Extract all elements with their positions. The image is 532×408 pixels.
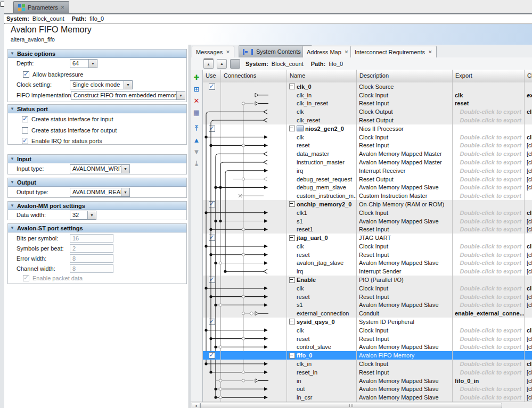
export-cell[interactable]: Double-click to export — [452, 209, 524, 217]
clock-cell[interactable]: [clk] — [524, 217, 532, 226]
export-cell[interactable]: Double-click to export — [452, 360, 524, 368]
export-cell[interactable]: Double-click to export — [452, 267, 524, 276]
export-cell[interactable] — [452, 276, 524, 284]
clock-cell[interactable]: [clk] — [524, 385, 532, 393]
clock-cell[interactable] — [524, 124, 532, 133]
scrollbar-thumb[interactable] — [200, 403, 502, 408]
connections-cell[interactable] — [220, 368, 287, 377]
clock-cell[interactable]: clk_0 — [524, 360, 532, 368]
port-row-clk[interactable]: clkClock OutputDouble-click to exportclk… — [203, 107, 532, 116]
port-row-external_connection[interactable]: external_connectionConduitenable_externa… — [203, 309, 532, 318]
export-cell[interactable] — [452, 200, 524, 209]
port-row-debug_mem_slave[interactable]: debug_mem_slaveAvalon Memory Mapped Slav… — [203, 183, 532, 191]
port-row-clk1[interactable]: clk1Clock InputDouble-click to exportclk… — [203, 209, 532, 217]
connections-cell[interactable] — [220, 200, 287, 209]
clock-cell[interactable]: clk_0 — [524, 133, 532, 141]
export-cell[interactable]: Double-click to export — [452, 116, 524, 124]
connections-cell[interactable] — [220, 276, 287, 284]
export-cell[interactable]: Double-click to export — [452, 133, 524, 141]
use-checkbox[interactable] — [209, 319, 215, 325]
clock-cell[interactable]: [clk] — [524, 158, 532, 166]
module-row-sysid_qsys_0[interactable]: sysid_qsys_0System ID Peripheral — [203, 318, 532, 326]
connections-cell[interactable] — [220, 209, 287, 217]
export-cell[interactable]: fifo_0_in — [452, 377, 524, 385]
port-row-clk_in[interactable]: clk_inClock InputDouble-click to exportc… — [203, 360, 532, 368]
port-row-clk[interactable]: clkClock InputDouble-click to exportclk_… — [203, 242, 532, 251]
port-row-in_csr[interactable]: in_csrAvalon Memory Mapped SlaveDouble-c… — [203, 393, 532, 402]
section-header-avalon-st[interactable]: ▼ Avalon-ST port settings — [8, 224, 186, 232]
export-cell[interactable]: Double-click to export — [452, 343, 524, 351]
port-row-avalon_jtag_slave[interactable]: avalon_jtag_slaveAvalon Memory Mapped Sl… — [203, 259, 532, 268]
collapse-expander-icon[interactable] — [289, 235, 295, 241]
use-checkbox[interactable] — [209, 126, 215, 132]
port-row-s1[interactable]: s1Avalon Memory Mapped SlaveDouble-click… — [203, 301, 532, 310]
export-cell[interactable]: reset — [452, 99, 524, 108]
port-row-custom_instruction_m...[interactable]: custom_instruction_m...Custom Instructio… — [203, 191, 532, 200]
export-cell[interactable]: Double-click to export — [452, 166, 524, 175]
connections-cell[interactable] — [220, 99, 287, 108]
port-row-irq[interactable]: irqInterrupt ReceiverDouble-click to exp… — [203, 166, 532, 175]
export-cell[interactable] — [452, 318, 524, 326]
move-down-icon[interactable]: ▼ — [191, 146, 202, 157]
collapse-expander-icon[interactable] — [289, 319, 295, 324]
export-cell[interactable]: Double-click to export — [452, 259, 524, 268]
status-input-checkbox[interactable] — [22, 116, 28, 122]
clock-cell[interactable]: [clk] — [524, 149, 532, 158]
connections-cell[interactable] — [220, 175, 287, 184]
export-cell[interactable]: Double-click to export — [452, 175, 524, 184]
port-row-reset1[interactable]: reset1Reset InputDouble-click to export[… — [203, 225, 532, 234]
close-icon[interactable]: ✕ — [428, 49, 432, 55]
export-cell[interactable]: Double-click to export — [452, 158, 524, 166]
clock-cell[interactable] — [524, 309, 532, 318]
clock-cell[interactable]: [clk] — [524, 251, 532, 259]
connections-cell[interactable] — [220, 251, 287, 259]
port-row-debug_reset_request[interactable]: debug_reset_requestReset OutputDouble-cl… — [203, 175, 532, 184]
clock-cell[interactable] — [524, 276, 532, 284]
output-type-dropdown[interactable]: AVALONMM_READ▼ — [70, 188, 130, 197]
remove-icon[interactable]: ✕ — [191, 95, 202, 106]
status-output-checkbox[interactable] — [22, 127, 28, 134]
move-up-icon[interactable]: ▲ — [191, 135, 202, 145]
tab-messages[interactable]: Messages ✕ — [192, 46, 234, 57]
connections-cell[interactable] — [220, 166, 287, 175]
connections-cell[interactable] — [220, 309, 287, 318]
filter-icon[interactable] — [230, 59, 240, 69]
clock-cell[interactable] — [524, 99, 532, 108]
move-to-bottom-icon[interactable]: ⤓ — [191, 158, 202, 169]
module-row-fifo_0[interactable]: fifo_0Avalon FIFO Memory — [203, 351, 532, 360]
connections-cell[interactable] — [220, 91, 287, 99]
use-checkbox[interactable] — [209, 277, 215, 283]
close-icon[interactable]: ✕ — [226, 49, 230, 55]
clock-cell[interactable]: [clk] — [524, 259, 532, 268]
export-cell[interactable] — [452, 351, 524, 360]
horizontal-scrollbar[interactable]: ◄ — [191, 402, 532, 408]
connections-cell[interactable] — [220, 393, 287, 402]
section-header-basic[interactable]: ▼ Basic options — [8, 49, 186, 58]
clock-cell[interactable]: clk_0 — [524, 326, 532, 335]
clock-cell[interactable]: clk_0 — [524, 284, 532, 293]
section-header-avalon-mm[interactable]: ▼ Avalon-MM port settings — [8, 202, 186, 210]
connections-cell[interactable] — [220, 335, 287, 343]
connections-cell[interactable] — [220, 242, 287, 251]
export-cell[interactable]: enable_external_conne... — [452, 309, 524, 318]
export-cell[interactable]: Double-click to export — [452, 191, 524, 200]
export-cell[interactable]: Double-click to export — [452, 393, 524, 402]
connections-cell[interactable] — [220, 360, 287, 368]
connections-cell[interactable] — [220, 225, 287, 234]
clock-cell[interactable]: [clk] — [524, 267, 532, 276]
clock-cell[interactable] — [524, 191, 532, 200]
connections-cell[interactable] — [220, 116, 287, 124]
port-row-clk[interactable]: clkClock InputDouble-click to exportclk_… — [203, 326, 532, 335]
use-checkbox[interactable] — [209, 84, 215, 90]
scroll-left-arrow-icon[interactable]: ◄ — [192, 403, 200, 408]
export-cell[interactable] — [452, 234, 524, 242]
port-row-clk[interactable]: clkClock InputDouble-click to exportclk_… — [203, 133, 532, 141]
module-row-nios2_gen2_0[interactable]: nios2_gen2_0Nios II Processor — [203, 124, 532, 133]
depth-dropdown[interactable]: 64▼ — [70, 59, 97, 68]
clock-cell[interactable]: [clk] — [524, 368, 532, 377]
tab-address-map[interactable]: Address Map ✕ — [302, 46, 353, 57]
add-component-icon[interactable]: ✚ — [191, 72, 202, 82]
collapse-expander-icon[interactable] — [289, 353, 295, 359]
clock-cell[interactable]: clk_0 — [524, 107, 532, 116]
clock-cell[interactable]: [clk] — [524, 335, 532, 343]
